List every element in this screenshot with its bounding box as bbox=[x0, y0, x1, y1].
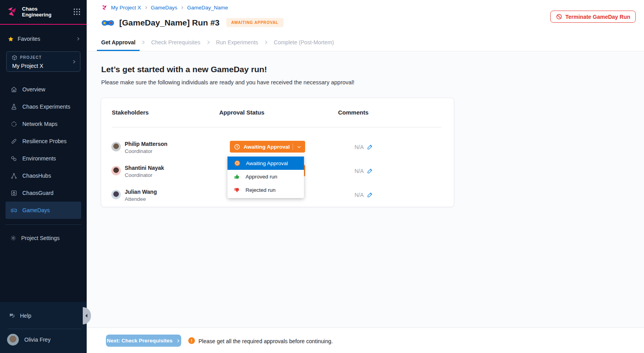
nav-label: Chaos Experiments bbox=[22, 104, 70, 110]
stakeholder-role: Attendee bbox=[125, 196, 146, 202]
edit-pencil-icon[interactable] bbox=[367, 168, 373, 174]
chevron-right-icon bbox=[205, 33, 212, 51]
status-dropdown-menu: Awaiting Approval Approved run Rejected … bbox=[227, 156, 304, 198]
nav-label: ChaosGuard bbox=[22, 190, 53, 196]
page-subheading: Please make sure the following individua… bbox=[101, 79, 355, 86]
avatar bbox=[111, 166, 121, 175]
breadcrumb-link-gamedays[interactable]: GameDays bbox=[151, 5, 178, 11]
nav-label: Overview bbox=[22, 86, 45, 93]
footer-bar: Next: Check Prerequisites ! Please get a… bbox=[87, 328, 644, 353]
project-settings-label: Project Settings bbox=[21, 235, 60, 241]
sidebar-item-chaos-experiments[interactable]: Chaos Experiments bbox=[5, 98, 81, 115]
brand: Chaos Engineering bbox=[7, 6, 51, 18]
chevron-right-icon bbox=[180, 6, 184, 9]
header-divider bbox=[112, 127, 442, 127]
brand-name: Chaos Engineering bbox=[22, 6, 51, 18]
no-entry-icon bbox=[556, 13, 562, 20]
clock-icon bbox=[234, 144, 240, 150]
chevron-right-icon bbox=[144, 6, 148, 9]
edit-pencil-icon[interactable] bbox=[367, 144, 373, 150]
content: Let’s get started with a new GameDay run… bbox=[87, 52, 644, 328]
sidebar-item-gamedays[interactable]: GameDays bbox=[5, 202, 81, 219]
button-divider bbox=[293, 144, 293, 150]
help-label: Help bbox=[20, 313, 31, 319]
sidebar-item-project-settings[interactable]: Project Settings bbox=[0, 231, 87, 245]
page-heading: Let’s get started with a new GameDay run… bbox=[101, 65, 267, 74]
avatar bbox=[111, 190, 121, 199]
dropdown-option-rejected-run[interactable]: Rejected run bbox=[227, 183, 304, 197]
favorites-label: Favorites bbox=[18, 36, 40, 42]
lock-icon bbox=[11, 190, 17, 197]
sidebar-item-chaosguard[interactable]: ChaosGuard bbox=[5, 184, 81, 202]
hexagons-icon bbox=[11, 155, 17, 162]
stakeholder-role: Coordinator bbox=[125, 172, 153, 178]
comment-value: N/A bbox=[355, 144, 364, 150]
star-icon bbox=[8, 36, 14, 42]
stakeholder-name: Julian Wang bbox=[125, 189, 157, 195]
nav-label: Environments bbox=[22, 155, 56, 162]
network-maps-icon bbox=[11, 121, 17, 127]
chevron-right-icon bbox=[76, 36, 80, 41]
sidebar-item-resilience-probes[interactable]: Resilience Probes bbox=[5, 133, 81, 150]
main-area: My Project X GameDays GameDay_Name [Game… bbox=[87, 0, 644, 353]
user-menu[interactable]: Olivia Frey bbox=[0, 334, 87, 346]
sidebar-item-help[interactable]: ? Help bbox=[0, 311, 87, 321]
home-icon bbox=[11, 86, 17, 93]
clock-badge-icon bbox=[234, 160, 241, 167]
user-name: Olivia Frey bbox=[24, 337, 51, 343]
tab-complete-post-mortem[interactable]: Complete (Post-Mortem) bbox=[269, 33, 338, 51]
project-selector[interactable]: PROJECT My Project X bbox=[6, 51, 80, 72]
dropdown-option-awaiting-approval[interactable]: Awaiting Approval bbox=[227, 156, 304, 170]
project-eyebrow: PROJECT bbox=[20, 55, 42, 60]
column-header-comments: Comments bbox=[338, 109, 369, 116]
thumbs-down-icon bbox=[234, 187, 240, 193]
edit-pencil-icon[interactable] bbox=[367, 192, 373, 198]
next-check-prerequisites-button[interactable]: Next: Check Prerequisites bbox=[106, 335, 181, 347]
sidebar-bottom: ? Help Olivia Frey bbox=[0, 302, 87, 353]
sidebar-item-chaoshubs[interactable]: ChaosHubs bbox=[5, 167, 81, 184]
nav-label: Network Maps bbox=[22, 121, 57, 127]
gamepad-icon bbox=[11, 207, 17, 214]
tab-check-prerequisites[interactable]: Check Prerequisites bbox=[147, 33, 204, 51]
sidebar-item-network-maps[interactable]: Network Maps bbox=[5, 115, 81, 133]
title-row: [GameDay_Name] Run #3 AWAITING APPROVAL bbox=[101, 16, 284, 29]
flask-icon bbox=[11, 104, 17, 110]
chevron-down-icon bbox=[297, 144, 302, 149]
brand-divider bbox=[0, 24, 87, 25]
dropdown-option-approved-run[interactable]: Approved run bbox=[227, 170, 304, 183]
approval-card: Stakeholders Approval Status Comments Ph… bbox=[101, 98, 454, 207]
sidebar-item-overview[interactable]: Overview bbox=[5, 81, 81, 98]
status-dropdown-trigger[interactable]: Awaiting Approval bbox=[230, 141, 305, 153]
node-tree-icon bbox=[11, 173, 17, 179]
sidebar-item-favorites[interactable]: Favorites bbox=[0, 33, 87, 44]
nav-label: GameDays bbox=[22, 207, 50, 213]
chevron-right-icon bbox=[262, 33, 269, 51]
chevron-right-icon bbox=[71, 59, 76, 64]
comment-value: N/A bbox=[355, 192, 364, 198]
cube-icon bbox=[12, 55, 17, 60]
tab-run-experiments[interactable]: Run Experiments bbox=[212, 33, 262, 51]
nav-label: ChaosHubs bbox=[22, 173, 51, 179]
column-header-approval-status: Approval Status bbox=[219, 109, 264, 116]
comment-value: N/A bbox=[355, 168, 364, 174]
test-tube-icon bbox=[11, 138, 17, 145]
gameday-title-icon bbox=[101, 18, 115, 27]
terminate-gameday-button[interactable]: Terminate GameDay Run bbox=[550, 11, 636, 23]
stakeholder-name: Philip Matterson bbox=[125, 141, 167, 147]
breadcrumb-link-project[interactable]: My Project X bbox=[111, 5, 141, 11]
sidebar-divider bbox=[5, 224, 81, 225]
tab-get-approval[interactable]: Get Approval bbox=[97, 33, 140, 51]
harness-logo-icon bbox=[7, 6, 17, 17]
sidebar-bottom-divider bbox=[8, 329, 81, 329]
chevron-right-icon bbox=[140, 33, 147, 51]
gear-icon bbox=[10, 235, 16, 241]
avatar bbox=[7, 334, 19, 346]
sidebar-nav: Overview Chaos Experiments Network Maps … bbox=[0, 81, 87, 219]
apps-grid-icon[interactable] bbox=[73, 8, 80, 15]
stepper-tabs: Get Approval Check Prerequisites Run Exp… bbox=[87, 33, 644, 51]
sidebar-item-environments[interactable]: Environments bbox=[5, 150, 81, 167]
breadcrumb-link-gameday-name[interactable]: GameDay_Name bbox=[187, 5, 228, 11]
svg-text:?: ? bbox=[11, 314, 12, 316]
page-title: [GameDay_Name] Run #3 bbox=[119, 18, 220, 27]
stakeholder-name: Shantini Nayak bbox=[125, 165, 164, 171]
